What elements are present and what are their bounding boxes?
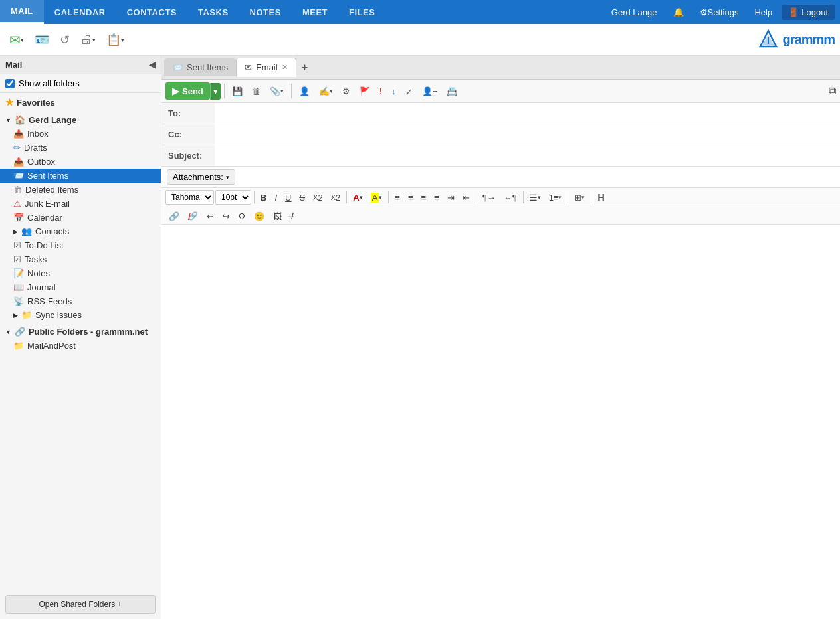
drafts-button[interactable]: 📋 ▾	[102, 30, 128, 50]
table-button[interactable]: ⊞▾	[571, 191, 588, 204]
font-size-select[interactable]: 10pt	[215, 190, 251, 205]
request-read-button[interactable]: ↙	[401, 84, 417, 99]
unordered-list-button[interactable]: ☰▾	[526, 191, 544, 204]
font-color-dropdown[interactable]: ▾	[360, 194, 363, 201]
align-center-button[interactable]: ≡	[405, 191, 417, 204]
save-button[interactable]: 💾	[228, 84, 247, 99]
superscript-button[interactable]: X2	[328, 191, 344, 204]
image-button[interactable]: 🖼	[270, 210, 285, 222]
nav-tasks[interactable]: TASKS	[187, 0, 239, 24]
underline-button[interactable]: U	[282, 191, 294, 204]
notifications-icon[interactable]: 🔔	[667, 5, 690, 20]
contacts-button[interactable]: 🪪	[31, 30, 53, 50]
folder-mail-and-post[interactable]: 📁 MailAndPost	[0, 339, 161, 353]
subject-input[interactable]	[215, 145, 840, 166]
priority-button[interactable]: !	[375, 84, 386, 99]
bold-button[interactable]: B	[257, 191, 270, 204]
settings-link[interactable]: ⚙ Settings	[693, 5, 746, 20]
unlink-button[interactable]: 🔗/	[185, 210, 201, 222]
user-account-row[interactable]: ▼ 🏠 Gerd Lange	[0, 113, 161, 127]
rtl-button[interactable]: ←¶	[500, 191, 520, 204]
nav-files[interactable]: FILES	[338, 0, 385, 24]
indent-button[interactable]: ⇥	[444, 191, 458, 204]
public-collapse: ▼	[5, 329, 11, 335]
tab-sent-items[interactable]: 📨 Sent Items	[164, 58, 236, 76]
folder-rss[interactable]: 📡 RSS-Feeds	[0, 294, 161, 308]
subscript-button[interactable]: X2	[310, 191, 326, 204]
folder-todo[interactable]: ☑ To-Do List	[0, 238, 161, 252]
folder-inbox[interactable]: 📥 Inbox	[0, 127, 161, 141]
font-family-select[interactable]: Tahoma	[165, 190, 214, 205]
public-folders-row[interactable]: ▼ 🔗 Public Folders - grammm.net	[0, 325, 161, 339]
open-shared-button[interactable]: Open Shared Folders +	[5, 595, 156, 614]
folder-contacts-row[interactable]: ▶ 👥 Contacts	[0, 224, 161, 238]
ul-dropdown[interactable]: ▾	[538, 194, 541, 201]
add-tab-button[interactable]: +	[296, 59, 313, 76]
justify-button[interactable]: ≡	[431, 191, 443, 204]
tab-close-icon[interactable]: ✕	[282, 63, 288, 72]
nav-mail[interactable]: MAIL	[0, 0, 44, 24]
ol-dropdown[interactable]: ▾	[558, 194, 562, 201]
add-recipient-button[interactable]: 👤+	[418, 84, 442, 99]
compose-body[interactable]	[161, 225, 840, 619]
highlight-dropdown[interactable]: ▾	[379, 194, 382, 201]
signature-button[interactable]: ✍ ▾	[315, 84, 337, 99]
fmt-sep-6	[568, 191, 568, 203]
attachments-button[interactable]: Attachments: ▾	[167, 169, 235, 185]
show-folders-checkbox[interactable]	[5, 79, 15, 88]
collapse-icon[interactable]: ◀	[149, 60, 156, 70]
favorites-row[interactable]: ★ Favorites	[0, 93, 161, 112]
send-button[interactable]: ▶ Send	[165, 82, 210, 100]
tasks-label: Tasks	[25, 254, 47, 264]
cc-input[interactable]	[215, 124, 840, 145]
nav-calendar[interactable]: CALENDAR	[44, 0, 116, 24]
align-right-button[interactable]: ≡	[417, 191, 429, 204]
special-char-button[interactable]: Ω	[235, 210, 249, 222]
attach-button[interactable]: 📎 ▾	[266, 84, 288, 99]
nav-meet[interactable]: MEET	[292, 0, 338, 24]
folder-tasks[interactable]: ☑ Tasks	[0, 252, 161, 266]
emoji-button[interactable]: 🙂	[251, 210, 268, 222]
send-dropdown-button[interactable]: ▾	[210, 83, 221, 100]
undo-button[interactable]: ↩	[203, 210, 217, 222]
new-mail-button[interactable]: ✉ ▾	[5, 29, 28, 50]
to-input[interactable]	[215, 103, 840, 124]
highlight-button[interactable]: A ▾	[368, 191, 386, 204]
address-book-button[interactable]: 📇	[443, 84, 461, 99]
folder-deleted[interactable]: 🗑 Deleted Items	[0, 183, 161, 197]
table-dropdown[interactable]: ▾	[581, 194, 585, 201]
user-name[interactable]: Gerd Lange	[605, 5, 664, 20]
outdent-button[interactable]: ⇤	[459, 191, 473, 204]
folder-drafts[interactable]: ✏ Drafts	[0, 141, 161, 155]
tab-email[interactable]: ✉ Email ✕	[236, 58, 296, 77]
folder-junk[interactable]: ⚠ Junk E-mail	[0, 197, 161, 211]
expand-compose-button[interactable]: ⧉	[829, 85, 836, 97]
ordered-list-button[interactable]: 1≡▾	[546, 191, 566, 204]
delete-button[interactable]: 🗑	[248, 84, 264, 99]
print-button[interactable]: 🖨 ▾	[76, 30, 100, 49]
folder-calendar[interactable]: 📅 Calendar	[0, 211, 161, 224]
options-button[interactable]: ⚙	[338, 84, 354, 99]
folder-journal[interactable]: 📖 Journal	[0, 280, 161, 294]
redo-button[interactable]: ↪	[219, 210, 233, 222]
nav-contacts[interactable]: CONTACTS	[116, 0, 187, 24]
down-arrow-button[interactable]: ↓	[387, 84, 400, 99]
folder-sent[interactable]: 📨 Sent Items	[0, 169, 161, 183]
italic-button[interactable]: I	[271, 191, 280, 204]
history-button[interactable]: ↺	[56, 30, 74, 50]
ltr-button[interactable]: ¶→	[479, 191, 499, 204]
folder-notes[interactable]: 📝 Notes	[0, 266, 161, 280]
strikethrough-button[interactable]: S	[296, 191, 308, 204]
nav-notes[interactable]: NOTES	[239, 0, 292, 24]
font-color-button[interactable]: A▾	[350, 191, 366, 204]
horizontal-rule-button[interactable]: H	[594, 191, 607, 204]
help-link[interactable]: Help	[748, 5, 779, 20]
align-left-button[interactable]: ≡	[391, 191, 403, 204]
clear-format-button[interactable]: I̶	[287, 209, 296, 222]
folder-sync-row[interactable]: ▶ 📁 Sync Issues	[0, 308, 161, 322]
hyperlink-button[interactable]: 🔗	[165, 210, 183, 222]
folder-outbox[interactable]: 📤 Outbox	[0, 155, 161, 169]
logout-button[interactable]: 🚪 Logout	[782, 5, 835, 20]
flag-button[interactable]: 🚩	[356, 84, 374, 99]
add-contact-button[interactable]: 👤	[295, 84, 314, 99]
